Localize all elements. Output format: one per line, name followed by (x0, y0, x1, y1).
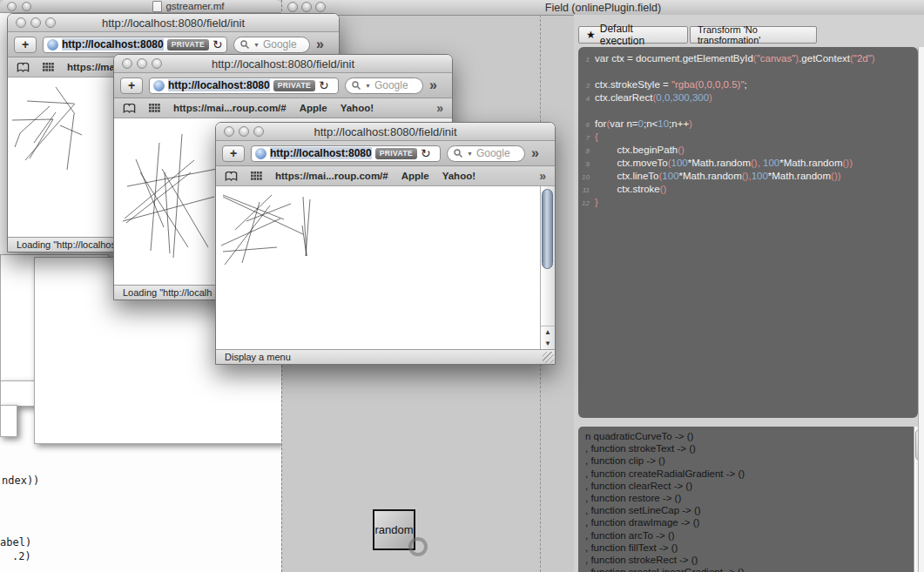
magnifier-icon (454, 149, 463, 158)
default-execution-button[interactable]: ★ Default execution (578, 26, 688, 44)
window-titlebar[interactable]: http://localhost:8080/field/init (216, 123, 555, 141)
bookmark-item[interactable]: Apple (401, 171, 429, 181)
url-text[interactable]: http://localhost:8080 (270, 147, 372, 159)
top-sites-grid-icon[interactable] (43, 63, 54, 71)
editor-scrollbar-track[interactable] (918, 47, 924, 572)
status-text: Loading "http://localh (123, 287, 212, 298)
traffic-lights[interactable] (122, 58, 162, 69)
new-tab-button[interactable]: + (14, 37, 37, 53)
bookmarks-bar: https://mai...roup.com/# Apple Yahoo! » (216, 166, 555, 186)
close-button[interactable] (287, 2, 298, 12)
window-title: http://localhost:8080/field/init (102, 17, 245, 30)
search-placeholder: Google (476, 147, 510, 159)
plus-icon: + (128, 78, 135, 92)
output-panel[interactable]: n quadraticCurveTo -> (), function strok… (578, 427, 918, 572)
bookmark-item[interactable]: Yahoo! (442, 171, 475, 181)
code-fragment: .2) (12, 550, 31, 562)
window-button[interactable] (22, 2, 31, 11)
bookmarks-book-icon[interactable] (17, 63, 30, 72)
traffic-lights[interactable] (16, 17, 56, 28)
bookmarks-overflow-icon[interactable]: » (436, 101, 443, 115)
address-bar[interactable]: http://localhost:8080 PRIVATE ↻ (43, 37, 227, 53)
address-bar[interactable]: http://localhost:8080 PRIVATE ↻ (149, 77, 339, 94)
new-tab-button[interactable]: + (222, 145, 245, 162)
search-caret-icon: ▼ (253, 42, 260, 48)
zoom-button[interactable] (152, 58, 162, 69)
search-placeholder: Google (374, 79, 408, 91)
desktop: ndex)) abel) .2) gstreamer.mf Field (onl… (0, 0, 924, 572)
gstreamer-traffic-lights[interactable] (7, 2, 31, 11)
bookmarks-book-icon[interactable] (225, 172, 238, 181)
globe-icon (153, 80, 165, 91)
zoom-button[interactable] (45, 17, 56, 28)
bookmark-item[interactable]: https://ma (67, 62, 115, 72)
resize-grip[interactable] (543, 352, 554, 363)
bookmarks-bar: https://mai...roup.com/# Apple Yahoo! » (114, 98, 452, 118)
status-text: Display a menu (225, 352, 291, 362)
code-lines: 1var ctx = document.getElementById("canv… (578, 52, 918, 209)
field-window-title: Field (onlinePlugin.field) (545, 2, 661, 14)
toolbar-overflow-icon[interactable]: » (429, 78, 437, 92)
zoom-button[interactable] (315, 2, 326, 12)
scrollbar-thumb[interactable] (542, 189, 553, 269)
bookmark-item[interactable]: https://mai...roup.com/# (275, 171, 388, 181)
minimize-button[interactable] (301, 2, 312, 12)
bookmark-item[interactable]: Apple (300, 103, 327, 113)
bookmark-item[interactable]: Yahoo! (341, 103, 374, 113)
bookmark-item[interactable]: https://mai...roup.com/# (173, 103, 287, 113)
search-field[interactable]: ▼ Google (233, 37, 310, 53)
reload-icon[interactable]: ↻ (319, 79, 329, 91)
magnifier-icon (240, 40, 250, 50)
private-badge: PRIVATE (375, 148, 417, 159)
new-tab-button[interactable]: + (120, 77, 143, 94)
minimize-button[interactable] (137, 58, 147, 69)
close-button[interactable] (122, 58, 132, 69)
reload-icon[interactable]: ↻ (212, 38, 223, 50)
private-badge: PRIVATE (167, 39, 209, 50)
private-badge: PRIVATE (273, 80, 315, 91)
transform-button[interactable]: Transform 'No transformation' (690, 26, 817, 44)
toolbar-overflow-icon[interactable]: » (316, 37, 324, 51)
default-execution-label: Default execution (600, 23, 680, 47)
field-traffic-lights[interactable] (287, 2, 326, 12)
address-bar[interactable]: http://localhost:8080 PRIVATE ↻ (251, 145, 441, 162)
top-sites-grid-icon[interactable] (251, 172, 262, 180)
zoom-button[interactable] (253, 126, 264, 137)
document-icon (152, 1, 162, 12)
bookmarks-book-icon[interactable] (123, 104, 136, 113)
window-button[interactable] (7, 2, 17, 11)
page-content[interactable]: ▲ ▼ (216, 186, 555, 349)
search-caret-icon: ▼ (467, 151, 473, 157)
code-editor[interactable]: 1var ctx = document.getElementById("canv… (578, 47, 918, 418)
top-sites-grid-icon[interactable] (149, 104, 160, 112)
code-fragment: abel) (0, 536, 31, 548)
globe-icon (255, 148, 266, 159)
safari-window-3: http://localhost:8080/field/init + http:… (215, 122, 556, 365)
scrollbar-arrows: ▲ ▼ (541, 326, 555, 349)
scroll-up-icon[interactable]: ▲ (541, 326, 555, 338)
url-text[interactable]: http://localhost:8080 (168, 79, 270, 91)
browser-toolbar: + http://localhost:8080 PRIVATE ↻ ▼ Goog… (114, 73, 452, 98)
search-field[interactable]: ▼ Google (345, 77, 423, 94)
drag-handle-ring[interactable] (408, 537, 428, 556)
scroll-down-icon[interactable]: ▼ (541, 338, 555, 349)
traffic-lights[interactable] (224, 126, 264, 137)
close-button[interactable] (16, 17, 26, 28)
minimize-button[interactable] (30, 17, 41, 28)
toolbar-overflow-icon[interactable]: » (531, 146, 539, 160)
canvas-lines (216, 186, 541, 349)
field-titlebar[interactable]: Field (onlinePlugin.field) (282, 0, 924, 16)
status-bar: Display a menu (216, 349, 555, 364)
plus-icon: + (230, 146, 237, 160)
gstreamer-titlebar[interactable]: gstreamer.mf (0, 0, 281, 13)
vertical-scrollbar[interactable]: ▲ ▼ (540, 186, 555, 349)
star-icon: ★ (586, 29, 596, 41)
window-titlebar[interactable]: http://localhost:8080/field/init (8, 14, 339, 32)
bookmarks-overflow-icon[interactable]: » (539, 169, 546, 183)
close-button[interactable] (224, 126, 234, 137)
window-titlebar[interactable]: http://localhost:8080/field/init (114, 55, 452, 73)
url-text[interactable]: http://localhost:8080 (62, 38, 164, 50)
reload-icon[interactable]: ↻ (421, 147, 431, 159)
search-field[interactable]: ▼ Google (447, 145, 525, 162)
minimize-button[interactable] (239, 126, 249, 137)
